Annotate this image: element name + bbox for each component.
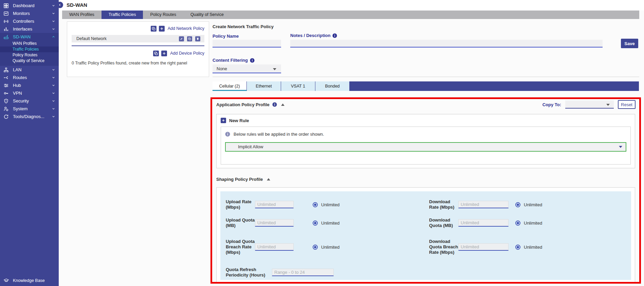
upload-rate-unlimited-radio[interactable]: [313, 202, 318, 207]
download-quota-breach-input[interactable]: [458, 243, 509, 251]
sidebar-subitem-quality-of-service[interactable]: Quality of Service: [0, 58, 59, 64]
tab-bonded[interactable]: Bonded: [315, 81, 350, 91]
copy-to-label: Copy To:: [542, 102, 561, 107]
info-icon: [225, 132, 230, 137]
pencil-icon: [180, 37, 183, 40]
unlimited-radio-label: Unlimited: [524, 245, 542, 250]
import-device-policy-button[interactable]: [153, 51, 159, 56]
new-rule-button[interactable]: New Rule: [217, 114, 635, 127]
sidebar-item-knowledge-base[interactable]: Knowledge Base: [0, 277, 59, 285]
sidebar-item-lan[interactable]: LAN: [0, 66, 59, 74]
tab-vsat-1[interactable]: VSAT 1: [281, 81, 315, 91]
upload-quota-input[interactable]: [255, 219, 294, 227]
implicit-allow-rule-select[interactable]: Implicit Allow: [225, 142, 626, 152]
upload-quota-row: Upload Quota (MB) Unlimited: [226, 215, 422, 231]
tab-ethernet[interactable]: Ethernet: [247, 81, 281, 91]
network-policy-actions: [179, 36, 200, 41]
notes-description-input[interactable]: [290, 40, 603, 47]
connection-tab-bar: Cellular (2) Ethernet VSAT 1 Bonded: [213, 81, 639, 91]
sidebar-group-sdwan: SD-WAN WAN Profiles Traffic Policies Pol…: [0, 33, 59, 66]
download-quota-breach-row: Download Quota Breach Rate (Mbps) Unlimi…: [429, 231, 626, 263]
sidebar-item-label: Routes: [13, 75, 52, 80]
add-device-policy-button[interactable]: [161, 51, 167, 56]
chevron-down-icon: [52, 115, 55, 118]
sidebar-item-interfaces[interactable]: Interfaces: [0, 25, 59, 33]
sidebar-item-routes[interactable]: Routes: [0, 74, 59, 81]
add-network-policy-label[interactable]: Add Network Policy: [168, 26, 204, 31]
plus-icon: [222, 119, 225, 122]
download-quota-unlimited-radio[interactable]: [515, 221, 520, 226]
tab-cellular[interactable]: Cellular (2): [213, 81, 247, 91]
tab-quality-of-service[interactable]: Quality of Service: [183, 11, 231, 19]
notes-label: Notes / Description: [290, 33, 330, 38]
sidebar-subitem-wan-profiles[interactable]: WAN Profiles: [0, 41, 59, 46]
dropdown-arrow-icon: [273, 68, 276, 70]
sidebar-item-label: Security: [13, 98, 52, 103]
upload-rate-input[interactable]: [255, 201, 294, 208]
save-button[interactable]: Save: [621, 39, 638, 48]
sidebar-item-label: LAN: [13, 67, 52, 72]
shaping-policy-header: Shaping Policy Profile: [216, 177, 270, 182]
network-policy-list-item[interactable]: Default Network: [72, 35, 204, 42]
collapse-triangle-icon[interactable]: [281, 103, 284, 106]
notes-label-group: Notes / Description: [290, 33, 337, 38]
download-quota-breach-unlimited-radio[interactable]: [515, 245, 520, 250]
dropdown-arrow-icon: [606, 104, 610, 106]
lan-icon: [3, 67, 10, 73]
add-rule-button[interactable]: [221, 118, 226, 123]
upload-quota-unlimited-radio[interactable]: [313, 221, 318, 226]
network-policy-name: Default Network: [76, 36, 107, 41]
tab-policy-routes[interactable]: Policy Routes: [143, 11, 183, 19]
reset-button[interactable]: Reset: [618, 100, 636, 109]
sidebar-item-vpn[interactable]: VPN: [0, 89, 59, 97]
unlimited-radio-label: Unlimited: [321, 221, 339, 226]
download-rate-input[interactable]: [458, 201, 509, 208]
delete-button[interactable]: [195, 36, 200, 41]
sidebar-item-label: Tools/Diagnos...: [13, 114, 52, 119]
tab-traffic-policies[interactable]: Traffic Policies: [102, 11, 143, 19]
upload-quota-breach-input[interactable]: [255, 243, 294, 251]
copy-to-select[interactable]: [565, 100, 614, 109]
sidebar-item-label: Knowledge Base: [13, 278, 55, 283]
policy-name-input[interactable]: [213, 40, 281, 47]
application-policy-title: Application Policy Profile: [216, 102, 270, 107]
tab-wan-profiles[interactable]: WAN Profiles: [62, 11, 102, 19]
sidebar-item-monitors[interactable]: Monitors: [0, 9, 59, 17]
add-device-policy-label[interactable]: Add Device Policy: [170, 51, 204, 56]
content-filtering-select[interactable]: None: [213, 64, 281, 73]
unlimited-radio-label: Unlimited: [524, 221, 542, 226]
sidebar-subitem-policy-routes[interactable]: Policy Routes: [0, 52, 59, 58]
quota-refresh-label: Quota Refresh Periodicity (Hours): [226, 267, 269, 278]
edit-button[interactable]: [179, 36, 184, 41]
sidebar-item-security[interactable]: Security: [0, 97, 59, 105]
add-device-policy-row: Add Device Policy: [72, 50, 204, 57]
routes-icon: [3, 75, 10, 80]
copy-button[interactable]: [187, 36, 192, 41]
sidebar-item-sdwan[interactable]: SD-WAN: [0, 33, 59, 41]
sidebar-item-dashboard[interactable]: Dashboard: [0, 2, 59, 9]
import-network-policy-button[interactable]: [151, 26, 157, 32]
sidebar-item-controllers[interactable]: Controllers: [0, 17, 59, 25]
sidebar-item-label: Controllers: [13, 19, 52, 24]
rules-list-container: Below rules will be applied in the order…: [221, 127, 631, 165]
download-rate-unlimited-radio[interactable]: [515, 202, 520, 207]
collapse-triangle-icon[interactable]: [267, 178, 270, 180]
chevron-up-icon: [52, 35, 55, 39]
shaping-policy-panel: Upload Rate (Mbps) Unlimited Upload Quot…: [216, 187, 635, 283]
sidebar-item-hub[interactable]: Hub: [0, 81, 59, 89]
sidebar-item-tools-diagnostics[interactable]: Tools/Diagnos...: [0, 113, 59, 120]
quota-refresh-input[interactable]: [272, 269, 334, 276]
upload-quota-breach-unlimited-radio[interactable]: [313, 245, 318, 250]
security-icon: [3, 98, 10, 104]
add-network-policy-button[interactable]: [159, 26, 165, 32]
chevron-down-icon: [52, 27, 55, 31]
download-quota-input[interactable]: [458, 219, 509, 227]
dropdown-arrow-icon: [619, 146, 622, 148]
sidebar-item-system[interactable]: System: [0, 105, 59, 113]
chevron-down-icon: [52, 68, 55, 72]
plus-icon: [162, 52, 166, 55]
sdwan-icon: [3, 34, 10, 40]
quota-refresh-row: Quota Refresh Periodicity (Hours): [226, 263, 422, 280]
sidebar-subitem-traffic-policies[interactable]: Traffic Policies: [0, 46, 59, 52]
controllers-icon: [3, 19, 10, 24]
